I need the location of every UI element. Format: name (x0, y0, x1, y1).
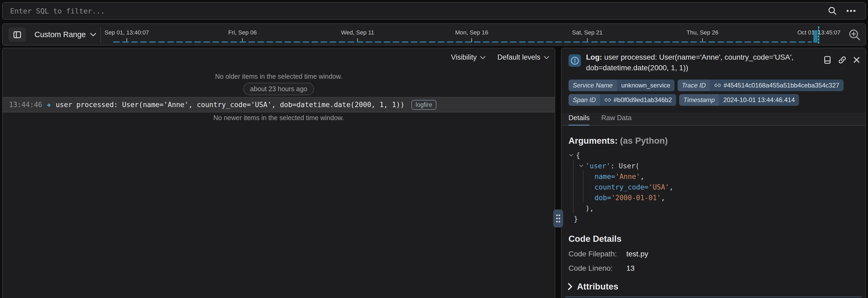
badge-value: #454514c0168a455a51bb4ceba354c327 (723, 82, 839, 89)
badge-label: Timestamp (679, 94, 719, 106)
timeline-tick-label: Mon, Sep 16 (455, 29, 488, 36)
code-line: { (568, 150, 834, 161)
default-levels-dropdown[interactable]: Default levels (497, 53, 549, 62)
code-line: name='Anne', (568, 171, 834, 182)
code-details-heading: Code Details (568, 234, 648, 244)
code-details-section: Code Details Code Filepath: test.py Code… (568, 234, 648, 272)
code-lineno-row: Code Lineno: 13 (568, 264, 648, 272)
timestamp-badge: Timestamp 2024-10-01 13:44:46.414 (679, 94, 799, 106)
badge-label: Span ID (568, 94, 600, 106)
sql-filter-input[interactable] (3, 3, 827, 19)
attributes-heading: Attributes (577, 282, 618, 292)
code-line: 'user': User( (568, 161, 834, 171)
timeline-tick-label: Fri, Sep 06 (228, 29, 257, 36)
chevron-down-icon (544, 56, 549, 59)
code-lineno-value: 13 (626, 264, 634, 272)
reader-view-icon[interactable] (823, 55, 832, 65)
badge-value: unknown_service (617, 79, 675, 91)
code-filepath-row: Code Filepath: test.py (568, 250, 648, 258)
code-line: } (568, 214, 834, 224)
panel-resize-handle[interactable] (553, 209, 563, 228)
timeline-tick-label: Sep 01, 13:40:07 (104, 29, 149, 36)
sidebar-toggle-icon (13, 30, 22, 39)
timeline-divider (100, 27, 101, 43)
timeline-bar: Custom Range Sep 01, 13:40:07 Fri, Sep 0… (2, 23, 866, 45)
badge-label: Trace ID (678, 79, 710, 91)
tab-raw-data[interactable]: Raw Data (601, 114, 631, 126)
attributes-section-header[interactable]: Attributes (567, 282, 618, 292)
sidebar-toggle-button[interactable] (8, 28, 26, 42)
badge-link-icon (714, 82, 721, 89)
collapse-chevron-icon (567, 283, 573, 291)
section-divider (565, 296, 862, 297)
search-icon[interactable] (827, 6, 838, 16)
time-range-label: Custom Range (34, 30, 86, 39)
badge-link-icon (604, 97, 611, 103)
info-icon (568, 54, 581, 67)
logfire-app: Custom Range Sep 01, 13:40:07 Fri, Sep 0… (0, 0, 868, 298)
service-name-badge: Service Name unknown_service (568, 79, 675, 91)
log-list-panel: Visibility Default levels No older items… (2, 48, 555, 298)
chevron-down-icon (480, 56, 486, 59)
time-range-selector[interactable]: Custom Range (34, 24, 96, 45)
code-lineno-label: Code Lineno: (568, 264, 626, 272)
timeline-tick-label: Wed, Sep 11 (341, 29, 374, 36)
drag-handle-icon (555, 213, 561, 224)
close-icon[interactable] (852, 56, 861, 64)
visibility-dropdown[interactable]: Visibility (451, 53, 486, 62)
timeline-tick-label: Sat, Sep 21 (572, 29, 603, 36)
default-levels-dropdown-label: Default levels (497, 53, 540, 62)
detail-title-text: user processed: User(name='Anne', countr… (586, 53, 794, 72)
copy-link-icon[interactable] (838, 56, 847, 64)
detail-tabs: Details Raw Data (562, 113, 865, 126)
span-id-badge[interactable]: Span ID #b0f0d9ed1ab346b2 (568, 94, 676, 106)
log-row-message: user processed: User(name='Anne', countr… (56, 101, 405, 109)
log-detail-panel: Log: user processed: User(name='Anne', c… (561, 48, 866, 298)
trace-id-badge[interactable]: Trace ID #454514c0168a455a51bb4ceba354c3… (678, 79, 844, 91)
timeline-selection-line[interactable] (818, 27, 819, 43)
code-filepath-value: test.py (626, 250, 648, 258)
detail-title: Log: user processed: User(name='Anne', c… (586, 52, 822, 73)
timeline-histogram-spike[interactable] (813, 30, 817, 43)
arguments-subheading: (as Python) (618, 136, 668, 145)
badge-value: #b0f0d9ed1ab346b2 (614, 96, 672, 104)
detail-actions (823, 55, 861, 65)
no-older-items-text: No older items in the selected time wind… (3, 73, 555, 80)
timeline-histogram-baseline (113, 41, 812, 43)
sql-filter-bar (2, 2, 866, 20)
sql-bar-actions (827, 6, 865, 16)
tab-details[interactable]: Details (568, 114, 589, 126)
log-row[interactable]: 13:44:46 ◆ user processed: User(name='An… (3, 97, 555, 112)
log-list-header: Visibility Default levels (451, 51, 549, 64)
detail-title-prefix: Log: (586, 53, 602, 61)
log-row-tag[interactable]: logfire (411, 100, 437, 110)
time-ago-badge: about 23 hours ago (243, 83, 314, 95)
no-newer-items-text: No newer items in the selected time wind… (3, 114, 555, 122)
code-filepath-label: Code Filepath: (568, 250, 626, 258)
arguments-heading: Arguments: (as Python) (568, 136, 668, 146)
time-ago-badge-wrap: about 23 hours ago (3, 83, 555, 95)
badge-label: Service Name (568, 79, 617, 91)
arguments-code-block: { 'user': User( name='Anne', country_cod… (568, 150, 834, 224)
chevron-down-icon (90, 32, 96, 37)
code-line: dob='2000-01-01', (568, 193, 834, 203)
visibility-dropdown-label: Visibility (451, 53, 477, 62)
badge-value: 2024-10-01 13:44:46.414 (719, 94, 799, 106)
code-line: country_code='USA', (568, 182, 834, 193)
code-line: ), (568, 203, 834, 214)
more-menu-icon[interactable] (845, 6, 857, 16)
detail-badges: Service Name unknown_service Trace ID #4… (568, 79, 860, 106)
log-row-time: 13:44:46 (9, 101, 42, 109)
level-diamond-icon: ◆ (47, 101, 51, 108)
zoom-in-icon[interactable] (848, 28, 861, 41)
timeline-tick-label: Thu, Sep 26 (686, 29, 718, 36)
